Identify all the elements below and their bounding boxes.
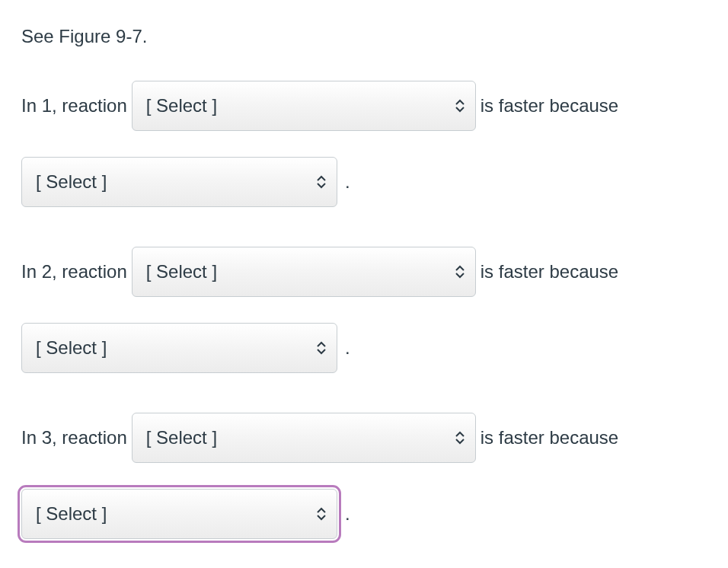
row-middle-text: is faster because [481, 258, 618, 286]
select-box[interactable]: [ Select ] [132, 81, 476, 131]
select-reason-3[interactable]: [ Select ] [21, 489, 337, 539]
select-label: [ Select ] [146, 258, 448, 286]
select-box[interactable]: [ Select ] [21, 323, 337, 373]
select-label: [ Select ] [146, 92, 448, 120]
select-reaction-1[interactable]: [ Select ] [132, 81, 476, 131]
select-box[interactable]: [ Select ] [132, 247, 476, 297]
select-label: [ Select ] [36, 168, 309, 196]
updown-icon [317, 507, 326, 521]
select-reaction-2[interactable]: [ Select ] [132, 247, 476, 297]
row-prefix-text: In 1, reaction [21, 92, 127, 120]
row-prefix-text: In 2, reaction [21, 258, 127, 286]
question-row-2-reason: [ Select ] . [21, 323, 707, 373]
question-row-3: In 3, reaction [ Select ] is faster beca… [21, 413, 707, 463]
period-text: . [345, 500, 350, 528]
select-reaction-3[interactable]: [ Select ] [132, 413, 476, 463]
select-label: [ Select ] [36, 334, 309, 362]
updown-icon [455, 265, 465, 279]
select-reason-1[interactable]: [ Select ] [21, 157, 337, 207]
question-intro-text: See Figure 9-7. [21, 26, 147, 46]
period-text: . [345, 334, 350, 362]
select-box[interactable]: [ Select ] [21, 157, 337, 207]
row-prefix-text: In 3, reaction [21, 424, 127, 452]
updown-icon [455, 99, 465, 113]
period-text: . [345, 168, 350, 196]
question-row-1: In 1, reaction [ Select ] is faster beca… [21, 81, 707, 131]
select-box[interactable]: [ Select ] [21, 489, 337, 539]
updown-icon [455, 431, 465, 445]
row-middle-text: is faster because [481, 424, 618, 452]
select-box[interactable]: [ Select ] [132, 413, 476, 463]
question-row-1-reason: [ Select ] . [21, 157, 707, 207]
question-row-2: In 2, reaction [ Select ] is faster beca… [21, 247, 707, 297]
row-middle-text: is faster because [481, 92, 618, 120]
select-label: [ Select ] [146, 424, 448, 452]
question-row-3-reason: [ Select ] . [21, 489, 707, 539]
updown-icon [317, 341, 326, 355]
select-label: [ Select ] [36, 500, 309, 528]
select-reason-2[interactable]: [ Select ] [21, 323, 337, 373]
updown-icon [317, 175, 326, 189]
